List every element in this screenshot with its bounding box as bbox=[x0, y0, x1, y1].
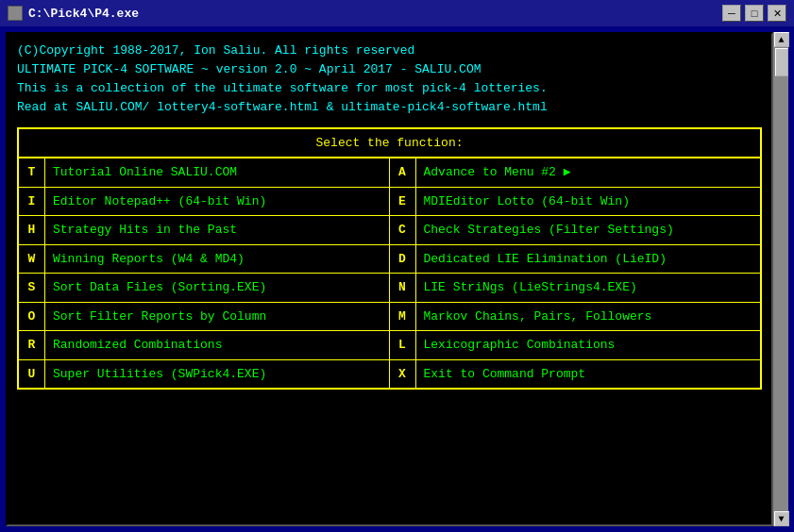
menu-label-A: Advance to Menu #2 ▶ bbox=[416, 158, 579, 187]
menu-item-D[interactable]: D Dedicated LIE Elimination (LieID) bbox=[390, 245, 761, 274]
menu-key-U: U bbox=[19, 360, 45, 389]
title-bar: C:\Pick4\P4.exe ─ □ ✕ bbox=[0, 0, 794, 26]
menu-key-W: W bbox=[19, 245, 45, 274]
close-button[interactable]: ✕ bbox=[768, 5, 786, 22]
header-line4: Read at SALIU.COM/ lottery4-software.htm… bbox=[17, 98, 762, 117]
menu-label-S: Sort Data Files (Sorting.EXE) bbox=[45, 274, 274, 302]
menu-item-X[interactable]: X Exit to Command Prompt bbox=[390, 360, 761, 389]
menu-label-C: Check Strategies (Filter Settings) bbox=[416, 216, 682, 244]
window-content: (C)Copyright 1988-2017, Ion Saliu. All r… bbox=[0, 26, 794, 532]
header-line2: ULTIMATE PICK-4 SOFTWARE ~ version 2.0 ~… bbox=[17, 60, 762, 79]
menu-label-U: Super Utilities (SWPick4.EXE) bbox=[45, 360, 274, 389]
menu-key-C: C bbox=[390, 216, 416, 244]
menu-key-A: A bbox=[390, 158, 416, 187]
menu-label-L: Lexicographic Combinations bbox=[416, 331, 623, 359]
menu-key-E: E bbox=[390, 188, 416, 216]
menu-item-I[interactable]: I Editor Notepad++ (64-bit Win) bbox=[19, 188, 390, 217]
console: (C)Copyright 1988-2017, Ion Saliu. All r… bbox=[6, 32, 773, 526]
menu-key-I: I bbox=[19, 188, 45, 216]
scroll-thumb[interactable] bbox=[775, 48, 788, 76]
menu-label-W: Winning Reports (W4 & MD4) bbox=[45, 245, 252, 274]
menu-item-E[interactable]: E MDIEditor Lotto (64-bit Win) bbox=[390, 188, 761, 217]
menu-label-X: Exit to Command Prompt bbox=[416, 360, 594, 389]
menu-item-C[interactable]: C Check Strategies (Filter Settings) bbox=[390, 216, 761, 245]
menu-item-M[interactable]: M Markov Chains, Pairs, Followers bbox=[390, 303, 761, 332]
menu-key-T: T bbox=[19, 158, 45, 187]
menu-item-R[interactable]: R Randomized Combinations bbox=[19, 331, 390, 360]
menu-item-W[interactable]: W Winning Reports (W4 & MD4) bbox=[19, 245, 390, 274]
menu-item-S[interactable]: S Sort Data Files (Sorting.EXE) bbox=[19, 274, 390, 303]
console-header: (C)Copyright 1988-2017, Ion Saliu. All r… bbox=[17, 42, 762, 118]
menu-key-D: D bbox=[390, 245, 416, 274]
scroll-up-button[interactable]: ▲ bbox=[774, 32, 789, 47]
window-controls: ─ □ ✕ bbox=[722, 5, 786, 22]
menu-key-S: S bbox=[19, 274, 45, 302]
window-title: C:\Pick4\P4.exe bbox=[28, 7, 722, 21]
maximize-button[interactable]: □ bbox=[745, 5, 764, 22]
menu-key-M: M bbox=[390, 303, 416, 331]
menu-label-O: Sort Filter Reports by Column bbox=[45, 303, 274, 331]
menu-key-X: X bbox=[390, 360, 416, 389]
menu-label-H: Strategy Hits in the Past bbox=[45, 216, 245, 244]
scrollbar[interactable]: ▲ ▼ bbox=[773, 32, 788, 526]
menu-item-O[interactable]: O Sort Filter Reports by Column bbox=[19, 303, 390, 332]
window-icon bbox=[8, 6, 23, 21]
header-line3: This is a collection of the ultimate sof… bbox=[17, 79, 762, 98]
menu-label-N: LIE StriNgs (LieStrings4.EXE) bbox=[416, 274, 645, 302]
menu-key-O: O bbox=[19, 303, 45, 331]
menu-key-R: R bbox=[19, 331, 45, 359]
menu-label-I: Editor Notepad++ (64-bit Win) bbox=[45, 188, 274, 216]
menu-key-N: N bbox=[390, 274, 416, 302]
menu-item-H[interactable]: H Strategy Hits in the Past bbox=[19, 216, 390, 245]
scroll-down-button[interactable]: ▼ bbox=[774, 511, 789, 526]
menu-label-M: Markov Chains, Pairs, Followers bbox=[416, 303, 660, 331]
menu-key-L: L bbox=[390, 331, 416, 359]
menu-title: Select the function: bbox=[19, 129, 760, 159]
menu-item-A[interactable]: A Advance to Menu #2 ▶ bbox=[390, 158, 761, 188]
minimize-button[interactable]: ─ bbox=[722, 5, 741, 22]
menu-item-T[interactable]: T Tutorial Online SALIU.COM bbox=[19, 158, 390, 188]
menu-item-L[interactable]: L Lexicographic Combinations bbox=[390, 331, 761, 360]
menu-label-T: Tutorial Online SALIU.COM bbox=[45, 158, 245, 187]
scroll-track bbox=[774, 47, 788, 511]
menu-item-U[interactable]: U Super Utilities (SWPick4.EXE) bbox=[19, 360, 390, 389]
menu-key-H: H bbox=[19, 216, 45, 244]
header-line1: (C)Copyright 1988-2017, Ion Saliu. All r… bbox=[17, 42, 762, 60]
menu-label-E: MDIEditor Lotto (64-bit Win) bbox=[416, 188, 637, 216]
menu-label-D: Dedicated LIE Elimination (LieID) bbox=[416, 245, 674, 274]
menu-box: Select the function: T Tutorial Online S… bbox=[17, 127, 762, 391]
menu-label-R: Randomized Combinations bbox=[45, 331, 229, 359]
menu-item-N[interactable]: N LIE StriNgs (LieStrings4.EXE) bbox=[390, 274, 761, 303]
menu-grid: T Tutorial Online SALIU.COM A Advance to… bbox=[19, 158, 760, 388]
